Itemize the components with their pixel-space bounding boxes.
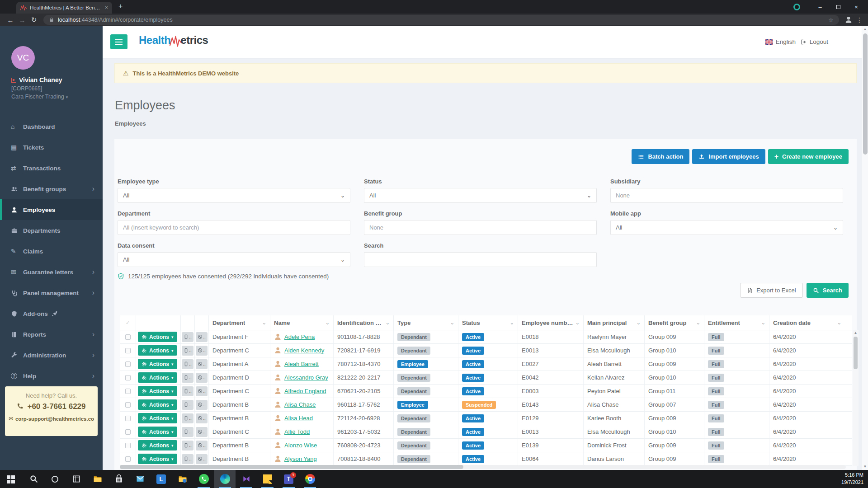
search-button[interactable]: Search — [807, 283, 849, 298]
new-tab-button[interactable]: + — [118, 2, 123, 10]
close-button[interactable]: × — [847, 4, 865, 10]
sort-caret-icon[interactable]: ⌄ — [760, 320, 765, 326]
sidebar-item-claims[interactable]: ✎Claims — [0, 241, 103, 262]
search-input[interactable] — [369, 256, 591, 263]
sidebar-item-dashboard[interactable]: ⌂Dashboard — [0, 116, 103, 137]
row-actions-button[interactable]: Actions▾ — [138, 440, 177, 450]
consent-indicator-button[interactable]: .. — [196, 413, 208, 423]
sort-caret-icon[interactable]: ⌄ — [635, 320, 641, 326]
visual-studio-icon[interactable] — [236, 470, 257, 488]
row-checkbox[interactable] — [125, 348, 131, 353]
row-actions-button[interactable]: Actions▾ — [138, 359, 177, 369]
scroll-down-icon[interactable]: ▼ — [862, 464, 868, 470]
forward-icon[interactable]: → — [16, 16, 28, 24]
column-header-dept[interactable]: Department⌄ — [208, 315, 270, 330]
file-explorer-icon[interactable] — [87, 470, 108, 488]
tab-close-icon[interactable]: × — [105, 5, 108, 11]
subsidiary-input[interactable]: None — [610, 188, 843, 203]
column-header-id[interactable]: Identification nu...⌄ — [333, 315, 393, 330]
consent-indicator-button[interactable]: .. — [196, 441, 208, 450]
row-checkbox[interactable] — [125, 389, 131, 394]
column-header-num[interactable]: Employee numbe...⌄ — [518, 315, 583, 330]
mobile-app-indicator-button[interactable]: .. — [182, 400, 193, 410]
browser-menu-icon[interactable]: ⋮ — [856, 16, 863, 23]
mobile-app-indicator-button[interactable]: .. — [182, 332, 193, 342]
sidebar-item-departments[interactable]: Departments — [0, 220, 103, 241]
employee-type-select[interactable]: All⌄ — [118, 188, 350, 203]
consent-indicator-button[interactable]: .. — [196, 400, 208, 410]
whatsapp-icon[interactable] — [193, 470, 214, 488]
row-checkbox[interactable] — [125, 375, 131, 380]
row-checkbox[interactable] — [125, 334, 131, 340]
start-button[interactable] — [2, 470, 23, 488]
department-input[interactable] — [123, 224, 345, 231]
row-actions-button[interactable]: Actions▾ — [138, 345, 177, 356]
consent-indicator-button[interactable]: .. — [196, 427, 208, 437]
column-header-group[interactable]: Benefit group⌄ — [644, 315, 704, 330]
browser-tab[interactable]: HealthMetrics | A Better Benefits × — [16, 2, 112, 14]
sort-caret-icon[interactable]: ⌄ — [835, 320, 841, 326]
hamburger-menu-button[interactable] — [110, 34, 127, 49]
mail-icon[interactable] — [129, 470, 151, 488]
employee-name-link[interactable]: Alyson Yang — [284, 455, 317, 462]
consent-indicator-button[interactable]: .. — [196, 332, 208, 342]
scroll-up-icon[interactable]: ▲ — [862, 26, 868, 33]
consent-indicator-button[interactable]: .. — [196, 373, 208, 383]
sort-caret-icon[interactable]: ⌄ — [508, 320, 514, 326]
create-new-employee-button[interactable]: + Create new employee — [768, 149, 849, 164]
table-horizontal-scrollbar[interactable] — [120, 465, 846, 469]
column-header-status[interactable]: Status⌄ — [458, 315, 518, 330]
row-actions-button[interactable]: Actions▾ — [138, 332, 177, 342]
mobile-app-indicator-button[interactable]: .. — [182, 441, 193, 450]
user-avatar[interactable]: VC — [11, 46, 35, 70]
sort-caret-icon[interactable]: ⌄ — [574, 320, 580, 326]
chrome-icon[interactable] — [299, 470, 321, 488]
batch-action-button[interactable]: Batch action — [632, 149, 689, 164]
row-checkbox[interactable] — [125, 456, 131, 462]
address-bar[interactable]: localhost:44348/Admin#/corporate/employe… — [43, 15, 839, 25]
sidebar-item-employees[interactable]: Employees — [0, 199, 103, 220]
scroll-up-icon[interactable]: ▲ — [853, 330, 859, 336]
vertical-scroll-thumb[interactable] — [854, 337, 858, 369]
cortana-icon[interactable] — [44, 470, 66, 488]
sort-caret-icon[interactable]: ⌄ — [448, 320, 454, 326]
sidebar-item-add-ons[interactable]: Add-ons — [0, 303, 103, 324]
select-all-header[interactable]: ✓ — [120, 315, 136, 330]
edge-icon[interactable] — [214, 470, 236, 488]
sidebar-item-transactions[interactable]: ⇄Transactions — [0, 158, 103, 178]
sidebar-item-benefit-groups[interactable]: Benefit groups› — [0, 178, 103, 199]
consent-indicator-button[interactable]: .. — [196, 346, 208, 356]
column-header-name[interactable]: Name⌄ — [270, 315, 333, 330]
back-icon[interactable]: ← — [5, 16, 16, 24]
taskbar-clock[interactable]: 5:16 PM 19/7/2021 — [841, 472, 868, 486]
mobile-app-indicator-button[interactable]: .. — [182, 359, 193, 369]
import-employees-button[interactable]: Import employees — [692, 149, 765, 164]
row-actions-button[interactable]: Actions▾ — [138, 427, 177, 437]
mobile-app-select[interactable]: All⌄ — [610, 220, 843, 235]
sticky-notes-icon[interactable] — [257, 470, 278, 488]
taskbar-search-icon[interactable] — [23, 470, 44, 488]
consent-indicator-button[interactable]: .. — [196, 386, 208, 396]
sort-caret-icon[interactable]: ⌄ — [694, 320, 700, 326]
sidebar-item-tickets[interactable]: ▤Tickets — [0, 137, 103, 158]
sort-caret-icon[interactable]: ⌄ — [324, 320, 330, 326]
column-header-type[interactable]: Type⌄ — [393, 315, 458, 330]
minimize-button[interactable]: – — [811, 4, 829, 10]
page-scroll-thumb[interactable] — [863, 33, 868, 155]
column-header-date[interactable]: Creation date⌄ — [769, 315, 845, 330]
restore-button[interactable] — [829, 4, 847, 10]
row-checkbox[interactable] — [125, 402, 131, 408]
consent-indicator-button[interactable]: .. — [196, 454, 208, 464]
sort-caret-icon[interactable]: ⌄ — [384, 320, 390, 326]
row-checkbox[interactable] — [125, 361, 131, 367]
bookmark-star-icon[interactable]: ☆ — [828, 17, 834, 23]
employee-name-link[interactable]: Alisa Chase — [284, 401, 316, 408]
page-scrollbar[interactable]: ▲ ▼ — [862, 26, 868, 470]
mobile-app-indicator-button[interactable]: .. — [182, 373, 193, 383]
employee-name-link[interactable]: Alfredo England — [284, 388, 326, 394]
employee-name-link[interactable]: Alessandro Gray — [284, 374, 328, 381]
row-checkbox[interactable] — [125, 443, 131, 448]
employee-name-link[interactable]: Alonzo Wise — [284, 442, 317, 449]
teams-icon[interactable]: T1 — [278, 470, 299, 488]
task-view-icon[interactable] — [66, 470, 87, 488]
